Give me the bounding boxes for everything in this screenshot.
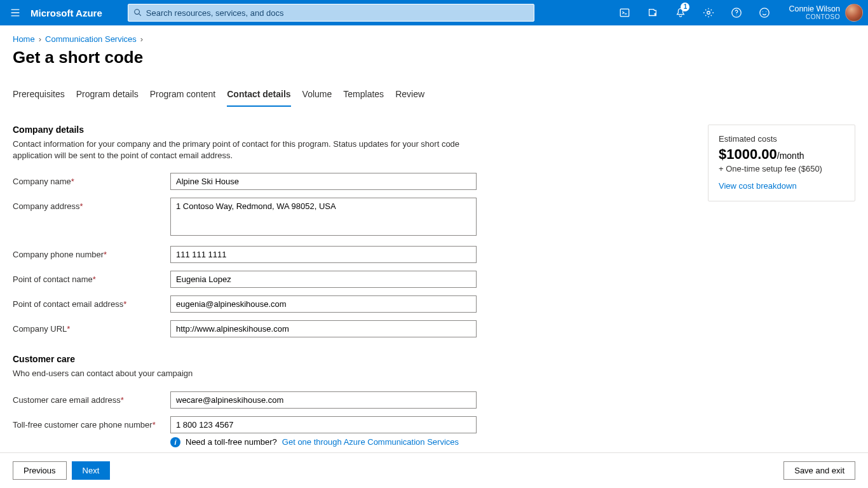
svg-point-3 bbox=[707, 11, 710, 15]
chevron-right-icon: › bbox=[140, 34, 143, 44]
poc-email-label: Point of contact email address* bbox=[13, 295, 170, 309]
poc-name-label: Point of contact name* bbox=[13, 271, 170, 284]
notifications-icon[interactable]: 1 bbox=[667, 0, 695, 25]
company-address-label: Company address* bbox=[13, 198, 170, 211]
tab-review[interactable]: Review bbox=[395, 85, 424, 107]
tab-program-content[interactable]: Program content bbox=[150, 85, 216, 107]
avatar bbox=[845, 4, 863, 22]
tollfree-label: Toll-free customer care phone number* bbox=[13, 416, 170, 430]
info-icon: i bbox=[170, 437, 180, 447]
tenant-name: CONTOSO bbox=[789, 13, 840, 21]
tab-prerequisites[interactable]: Prerequisites bbox=[13, 85, 65, 107]
account-button[interactable]: Connie Wilson CONTOSO bbox=[778, 4, 868, 22]
breadcrumb: Home › Communication Services › bbox=[13, 34, 855, 44]
tollfree-input[interactable] bbox=[170, 416, 477, 433]
settings-icon[interactable] bbox=[695, 0, 722, 25]
tab-program-details[interactable]: Program details bbox=[76, 85, 139, 107]
company-details-desc: Contact information for your company and… bbox=[13, 139, 470, 161]
svg-point-0 bbox=[135, 10, 140, 15]
tab-volume[interactable]: Volume bbox=[302, 85, 332, 107]
search-input[interactable] bbox=[146, 8, 529, 18]
company-url-input[interactable] bbox=[170, 320, 477, 337]
tab-contact-details[interactable]: Contact details bbox=[227, 85, 290, 107]
directories-icon[interactable] bbox=[639, 0, 667, 25]
page-title: Get a short code bbox=[13, 48, 855, 67]
care-email-label: Customer care email address* bbox=[13, 391, 170, 405]
cost-card: Estimated costs $1000.00/month + One-tim… bbox=[708, 125, 855, 201]
customer-care-heading: Customer care bbox=[13, 354, 496, 364]
cost-price: $1000.00/month bbox=[719, 146, 844, 163]
wizard-tabs: Prerequisites Program details Program co… bbox=[13, 85, 855, 107]
tollfree-hint: i Need a toll-free number? Get one throu… bbox=[170, 437, 496, 447]
company-url-label: Company URL* bbox=[13, 320, 170, 334]
svg-point-5 bbox=[760, 8, 769, 17]
cost-fee: + One-time setup fee ($650) bbox=[719, 164, 844, 173]
company-phone-label: Company phone number* bbox=[13, 246, 170, 259]
brand-label: Microsoft Azure bbox=[31, 8, 115, 18]
tab-templates[interactable]: Templates bbox=[343, 85, 384, 107]
breadcrumb-home[interactable]: Home bbox=[13, 34, 35, 44]
search-icon bbox=[133, 8, 142, 17]
menu-button[interactable] bbox=[0, 8, 31, 18]
cost-breakdown-link[interactable]: View cost breakdown bbox=[719, 181, 797, 191]
svg-point-6 bbox=[763, 11, 763, 12]
hint-text: Need a toll-free number? bbox=[186, 437, 277, 447]
cloud-shell-icon[interactable] bbox=[611, 0, 639, 25]
global-search[interactable] bbox=[128, 4, 534, 22]
save-exit-button[interactable]: Save and exit bbox=[783, 461, 855, 480]
svg-point-7 bbox=[766, 11, 767, 12]
care-email-input[interactable] bbox=[170, 391, 477, 409]
hint-link[interactable]: Get one through Azure Communication Serv… bbox=[282, 437, 459, 447]
company-name-label: Company name* bbox=[13, 173, 170, 186]
user-name: Connie Wilson bbox=[789, 4, 840, 13]
wizard-footer: Previous Next Save and exit bbox=[0, 452, 868, 488]
svg-line-1 bbox=[139, 14, 141, 16]
company-phone-input[interactable] bbox=[170, 246, 477, 263]
feedback-icon[interactable] bbox=[750, 0, 778, 25]
help-icon[interactable] bbox=[722, 0, 750, 25]
top-bar: Microsoft Azure 1 Connie Wilson CONTOSO bbox=[0, 0, 868, 25]
customer-care-desc: Who end-users can contact about your cam… bbox=[13, 368, 470, 379]
poc-email-input[interactable] bbox=[170, 295, 477, 313]
chevron-right-icon: › bbox=[39, 34, 41, 44]
cost-title: Estimated costs bbox=[719, 134, 844, 144]
company-details-heading: Company details bbox=[13, 125, 496, 135]
company-name-input[interactable] bbox=[170, 173, 477, 190]
next-button[interactable]: Next bbox=[72, 461, 111, 480]
breadcrumb-service[interactable]: Communication Services bbox=[45, 34, 137, 44]
previous-button[interactable]: Previous bbox=[13, 461, 67, 480]
company-address-input[interactable] bbox=[170, 198, 477, 236]
notification-badge: 1 bbox=[681, 3, 689, 11]
poc-name-input[interactable] bbox=[170, 271, 477, 288]
